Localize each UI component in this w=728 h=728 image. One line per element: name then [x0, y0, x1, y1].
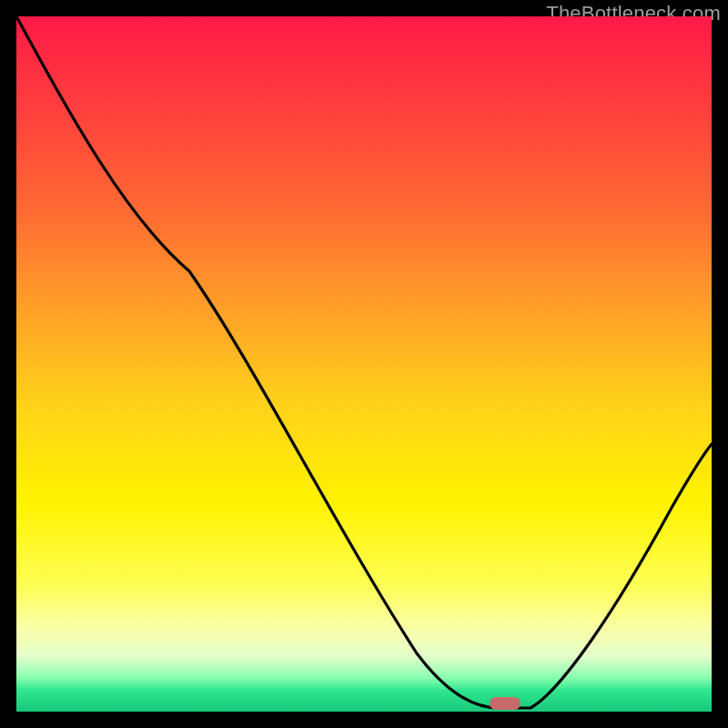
curve-layer [16, 16, 712, 712]
plot-area [16, 16, 712, 712]
optimal-marker [490, 697, 521, 710]
chart-frame: TheBottleneck.com [0, 0, 728, 728]
bottleneck-curve [16, 16, 712, 708]
